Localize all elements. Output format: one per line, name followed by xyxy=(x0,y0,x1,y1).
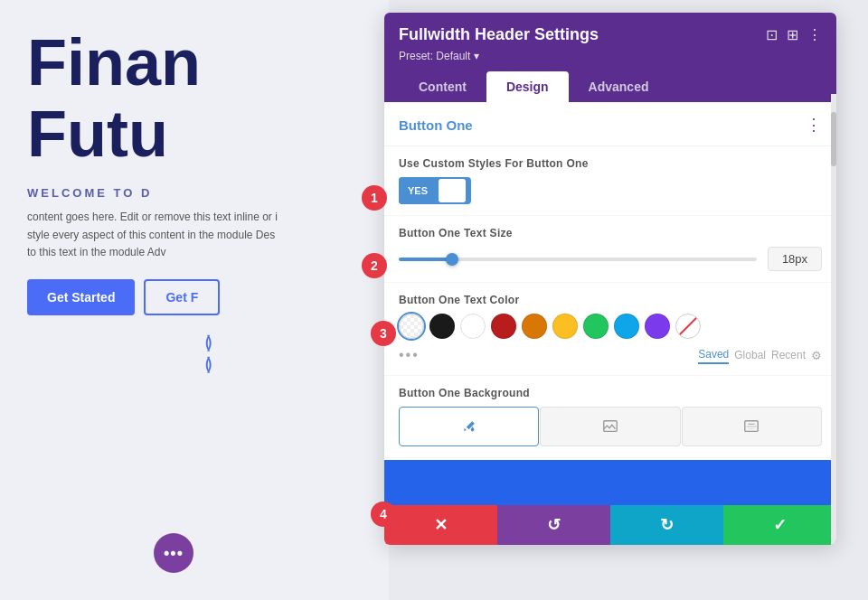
panel-body: Button One ⋮ Use Custom Styles For Butto… xyxy=(384,102,836,545)
bg-body-text: content goes here. Edit or remove this t… xyxy=(0,209,389,261)
slider-row: 18px xyxy=(399,247,822,271)
color-tab-global[interactable]: Global xyxy=(734,347,766,363)
paint-bucket-icon xyxy=(461,418,477,435)
dots-menu[interactable]: ••• xyxy=(154,533,193,573)
blue-preview-bar xyxy=(384,460,836,505)
color-swatch-white[interactable] xyxy=(460,314,486,339)
color-tab-recent[interactable]: Recent xyxy=(771,347,806,363)
slider-fill xyxy=(399,258,452,261)
toggle-knob xyxy=(439,179,466,202)
custom-styles-toggle[interactable]: YES xyxy=(399,177,471,204)
text-size-label: Button One Text Size xyxy=(399,227,822,239)
color-swatch-yellow[interactable] xyxy=(552,314,578,339)
color-swatch-purple[interactable] xyxy=(645,314,670,339)
custom-styles-label: Use Custom Styles For Button One xyxy=(399,157,822,170)
tab-advanced[interactable]: Advanced xyxy=(569,71,669,102)
preset-selector[interactable]: Preset: Default ▾ xyxy=(399,50,822,62)
get-free-button[interactable]: Get F xyxy=(144,279,220,315)
bg-tab-gradient[interactable] xyxy=(682,407,822,446)
text-size-setting: Button One Text Size 18px xyxy=(384,216,836,283)
tab-design[interactable]: Design xyxy=(486,71,569,102)
section-more-icon[interactable]: ⋮ xyxy=(806,115,822,135)
color-swatch-blue[interactable] xyxy=(614,314,639,339)
background-page: Finan Futu Welcome to D content goes her… xyxy=(0,0,389,600)
color-tabs: Saved Global Recent ⚙ xyxy=(698,346,822,364)
bg-tab-color[interactable] xyxy=(399,407,539,446)
step-badge-2: 2 xyxy=(362,253,387,278)
scroll-chevron: ≬≬ xyxy=(27,332,389,375)
image-icon xyxy=(602,418,618,435)
color-swatch-transparent[interactable] xyxy=(399,314,424,339)
section-header: Button One ⋮ xyxy=(384,102,836,146)
get-started-button[interactable]: Get Started xyxy=(27,279,135,315)
layout-icon[interactable]: ⊞ xyxy=(787,26,798,43)
color-more-icon[interactable]: ••• xyxy=(399,347,420,363)
panel-header: Fullwidth Header Settings ⊡ ⊞ ⋮ Preset: … xyxy=(384,13,836,102)
bg-headline: Finan Futu xyxy=(0,0,389,170)
panel-title: Fullwidth Header Settings xyxy=(399,25,599,44)
color-gear-icon[interactable]: ⚙ xyxy=(811,349,822,362)
panel-tabs: Content Design Advanced xyxy=(399,71,822,102)
slider-track[interactable] xyxy=(399,258,757,261)
color-swatch-orange[interactable] xyxy=(522,314,547,339)
color-swatch-red[interactable] xyxy=(491,314,516,339)
more-vert-icon[interactable]: ⋮ xyxy=(807,26,822,43)
gradient-icon xyxy=(743,418,760,435)
slider-thumb[interactable] xyxy=(446,253,458,266)
color-swatch-none[interactable] xyxy=(675,314,701,339)
toggle-container: YES xyxy=(399,177,822,204)
cancel-button[interactable]: ✕ xyxy=(384,505,497,545)
section-title: Button One xyxy=(399,117,473,133)
step-badge-3: 3 xyxy=(371,321,396,346)
toggle-yes-label: YES xyxy=(399,177,437,204)
settings-panel: Fullwidth Header Settings ⊡ ⊞ ⋮ Preset: … xyxy=(384,13,836,545)
color-tab-saved[interactable]: Saved xyxy=(698,346,729,364)
step-badge-4: 4 xyxy=(371,502,396,527)
svg-rect-1 xyxy=(745,421,758,432)
bg-subheadline: Welcome to D xyxy=(27,186,389,200)
color-swatches xyxy=(399,314,822,339)
scrollbar-thumb[interactable] xyxy=(831,112,836,166)
color-footer: ••• Saved Global Recent ⚙ xyxy=(399,346,822,364)
tab-content[interactable]: Content xyxy=(399,71,486,102)
expand-icon[interactable]: ⊡ xyxy=(766,26,778,43)
bg-tab-image[interactable] xyxy=(540,407,680,446)
background-setting: Button One Background xyxy=(384,376,836,458)
redo-button[interactable]: ↻ xyxy=(610,505,723,545)
background-tabs xyxy=(399,407,822,446)
bg-buttons: Get Started Get F xyxy=(0,279,389,315)
text-color-label: Button One Text Color xyxy=(399,294,822,306)
color-swatch-black[interactable] xyxy=(429,314,455,339)
custom-styles-setting: Use Custom Styles For Button One YES xyxy=(384,146,836,216)
reset-button[interactable]: ↺ xyxy=(497,505,610,545)
text-size-value[interactable]: 18px xyxy=(768,247,822,271)
panel-title-row: Fullwidth Header Settings ⊡ ⊞ ⋮ xyxy=(399,25,822,44)
panel-scrollbar[interactable] xyxy=(831,94,836,545)
color-swatch-green[interactable] xyxy=(583,314,609,339)
action-buttons: ✕ ↺ ↻ ✓ xyxy=(384,505,836,545)
save-button[interactable]: ✓ xyxy=(723,505,836,545)
step-badge-1: 1 xyxy=(362,185,387,211)
background-label: Button One Background xyxy=(399,387,822,399)
panel-header-icons: ⊡ ⊞ ⋮ xyxy=(766,26,822,43)
text-color-setting: Button One Text Color ••• Saved Global R… xyxy=(384,283,836,376)
